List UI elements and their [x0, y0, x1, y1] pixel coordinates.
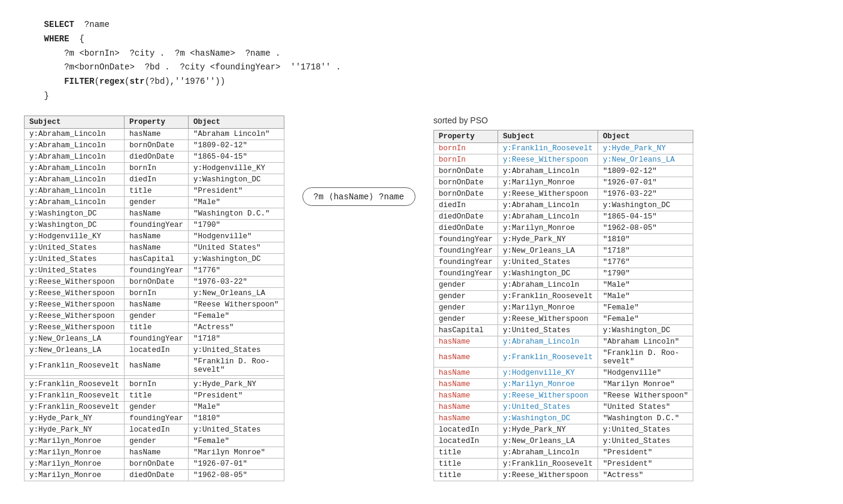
main-layout: Subject Property Object y:Abraham_Lincol…: [24, 116, 819, 481]
table-row: foundingYear: [433, 268, 498, 279]
query-line6: }: [24, 89, 819, 104]
table-row: "Franklin D. Roo-sevelt": [598, 347, 693, 367]
table-row: "United States": [598, 401, 693, 412]
table-row: y:Abraham_Lincoln: [498, 211, 598, 222]
right-table-wrapper: Property Subject Object bornIny:Franklin…: [433, 130, 694, 481]
table-row: y:Marilyn_Monroe: [498, 177, 598, 188]
table-row: y:Reese_Witherspoon: [25, 321, 125, 333]
table-row: y:United_States: [498, 401, 598, 412]
table-row: hasName: [125, 299, 189, 310]
query-line2: WHERE {: [24, 32, 819, 47]
table-row: hasName: [433, 378, 498, 390]
middle-section: ?m ⟨hasName⟩ ?name: [302, 116, 416, 206]
table-row: hasName: [433, 367, 498, 378]
table-row: y:Reese_Witherspoon: [25, 299, 125, 310]
table-row: title: [125, 185, 189, 196]
table-row: title: [433, 458, 498, 469]
table-row: y:Hyde_Park_NY: [498, 424, 598, 435]
regex-keyword: regex: [99, 77, 125, 86]
str-keyword: str: [129, 77, 144, 86]
table-row: locatedIn: [433, 435, 498, 447]
table-row: y:New_Orleans_LA: [25, 344, 125, 356]
table-row: y:Washington_DC: [25, 219, 125, 230]
table-row: y:Washington_DC: [598, 324, 693, 336]
table-row: y:United_States: [25, 265, 125, 276]
table-row: y:Marilyn_Monroe: [25, 447, 125, 458]
right-section: sorted by PSO Property Subject Object bo…: [433, 116, 694, 481]
table-row: hasCapital: [433, 324, 498, 336]
table-row: y:Washington_DC: [189, 174, 284, 185]
table-row: bornOnDate: [433, 165, 498, 177]
table-row: y:Abraham_Lincoln: [25, 151, 125, 162]
table-row: "Hodgenville": [598, 367, 693, 378]
table-row: y:Reese_Witherspoon: [498, 154, 598, 165]
table-row: "Washington D.C.": [598, 412, 693, 424]
table-row: "1809-02-12": [189, 139, 284, 151]
table-row: y:Abraham_Lincoln: [498, 165, 598, 177]
table-row: "1790": [598, 268, 693, 279]
table-row: y:Reese_Witherspoon: [498, 390, 598, 401]
table-row: "President": [598, 447, 693, 458]
table-row: bornOnDate: [125, 139, 189, 151]
table-row: hasName: [125, 208, 189, 219]
table-row: bornIn: [125, 287, 189, 299]
table-row: "United States": [189, 242, 284, 253]
table-row: title: [125, 390, 189, 401]
table-row: gender: [433, 279, 498, 290]
where-keyword: WHERE: [44, 34, 69, 44]
table-row: diedOnDate: [125, 469, 189, 481]
table-row: title: [433, 469, 498, 481]
table-row: gender: [433, 313, 498, 324]
table-row: "1776": [598, 256, 693, 268]
table-row: y:Abraham_Lincoln: [25, 139, 125, 151]
table-row: y:Franklin_Roosevelt: [498, 458, 598, 469]
table-row: hasCapital: [125, 253, 189, 265]
table-row: y:Reese_Witherspoon: [25, 310, 125, 321]
table-row: y:Marilyn_Monroe: [25, 469, 125, 481]
table-row: y:Reese_Witherspoon: [498, 313, 598, 324]
table-row: y:Washington_DC: [598, 199, 693, 211]
table-row: hasName: [433, 336, 498, 347]
table-row: diedOnDate: [125, 151, 189, 162]
table-row: gender: [433, 290, 498, 302]
right-col-subject: Subject: [498, 130, 598, 142]
table-row: y:United_States: [498, 256, 598, 268]
table-row: y:Hyde_Park_NY: [25, 412, 125, 424]
table-row: "Male": [598, 290, 693, 302]
table-row: foundingYear: [433, 245, 498, 256]
table-row: y:Abraham_Lincoln: [25, 128, 125, 139]
table-row: y:Reese_Witherspoon: [25, 287, 125, 299]
table-row: title: [125, 321, 189, 333]
query-line3: ?m <bornIn> ?city . ?m <hasName> ?name .: [24, 47, 819, 61]
left-col-subject: Subject: [25, 116, 125, 128]
filter-box: ?m ⟨hasName⟩ ?name: [302, 187, 416, 206]
table-row: "Washington D.C.": [189, 208, 284, 219]
table-row: "1810": [189, 412, 284, 424]
query-line4: ?m<bornOnDate> ?bd . ?city <foundingYear…: [24, 60, 819, 75]
table-row: locatedIn: [125, 424, 189, 435]
table-row: "1810": [598, 233, 693, 245]
table-row: y:Abraham_Lincoln: [498, 199, 598, 211]
table-row: "President": [189, 185, 284, 196]
table-row: gender: [433, 302, 498, 313]
table-row: y:New_Orleans_LA: [598, 154, 693, 165]
table-row: bornOnDate: [433, 177, 498, 188]
table-row: y:Hodgenville_KY: [189, 162, 284, 174]
table-row: foundingYear: [433, 256, 498, 268]
table-row: "1976-03-22": [189, 276, 284, 287]
table-row: y:Franklin_Roosevelt: [25, 356, 125, 375]
right-col-property: Property: [433, 130, 498, 142]
table-row: diedIn: [125, 174, 189, 185]
table-row: y:Hyde_Park_NY: [189, 378, 284, 390]
table-row: foundingYear: [125, 265, 189, 276]
table-row: "Marilyn Monroe": [598, 378, 693, 390]
table-row: "1865-04-15": [189, 151, 284, 162]
table-row: y:Reese_Witherspoon: [25, 276, 125, 287]
table-row: y:Abraham_Lincoln: [25, 185, 125, 196]
table-row: bornIn: [125, 162, 189, 174]
table-row: y:Marilyn_Monroe: [25, 435, 125, 447]
table-row: gender: [125, 196, 189, 208]
table-row: y:Franklin_Roosevelt: [25, 390, 125, 401]
table-row: "Abraham Lincoln": [598, 336, 693, 347]
table-row: hasName: [125, 447, 189, 458]
